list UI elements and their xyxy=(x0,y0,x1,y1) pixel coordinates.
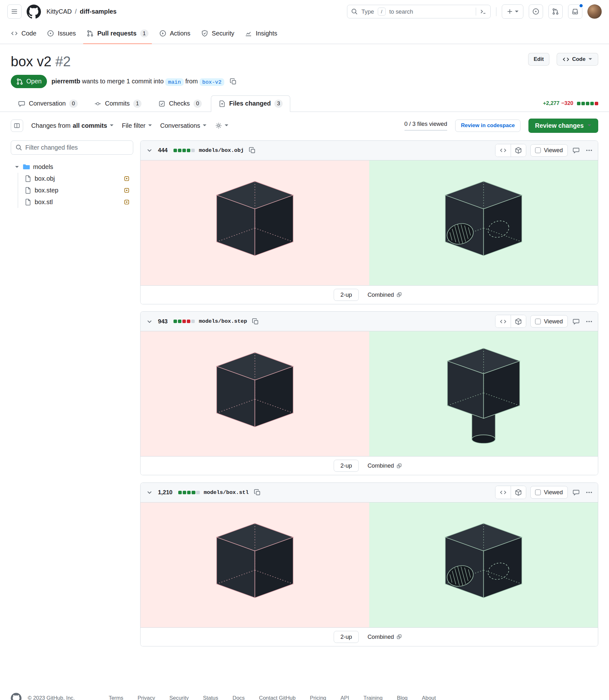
tab-issues[interactable]: Issues xyxy=(44,23,79,44)
footer-link-training[interactable]: Training xyxy=(364,695,383,700)
comment-button[interactable] xyxy=(572,146,580,155)
rich-view-button[interactable] xyxy=(511,315,526,327)
copy-branch-button[interactable] xyxy=(229,77,238,86)
head-branch-chip[interactable]: box-v2 xyxy=(199,78,224,86)
two-up-button[interactable]: 2-up xyxy=(334,289,359,301)
github-logo[interactable] xyxy=(27,4,41,19)
viewed-checkbox-button[interactable]: Viewed xyxy=(530,486,568,498)
inbox-button[interactable] xyxy=(568,4,582,19)
issues-header-button[interactable] xyxy=(529,4,543,19)
copy-path-button[interactable] xyxy=(248,146,257,155)
edit-button[interactable]: Edit xyxy=(528,53,550,65)
tab-commits[interactable]: Commits 1 xyxy=(87,95,149,112)
footer-link-pricing[interactable]: Pricing xyxy=(310,695,326,700)
tab-pull-requests[interactable]: Pull requests 1 xyxy=(83,23,152,44)
file-path[interactable]: models/box.step xyxy=(199,318,247,324)
review-in-codespace-button[interactable]: Review in codespace xyxy=(455,120,521,132)
tab-conversation[interactable]: Conversation 0 xyxy=(11,95,85,112)
kebab-menu-button[interactable] xyxy=(585,146,593,155)
tree-file-box-stl[interactable]: box.stl xyxy=(18,196,133,208)
rich-view-button[interactable] xyxy=(511,144,526,157)
tab-actions[interactable]: Actions xyxy=(155,23,194,44)
file-tree: models box.obj box.step box.stl xyxy=(11,161,133,208)
layers-icon xyxy=(397,634,402,640)
pr-status-row: Open pierremtb wants to merge 1 commit i… xyxy=(0,75,609,88)
combined-button[interactable]: Combined xyxy=(365,462,405,470)
status-badge-label: Open xyxy=(26,78,41,85)
footer-link-terms[interactable]: Terms xyxy=(109,695,123,700)
tab-security-label: Security xyxy=(212,30,234,37)
source-view-button[interactable] xyxy=(495,486,511,498)
footer-link-status[interactable]: Status xyxy=(203,695,218,700)
tab-files-changed[interactable]: Files changed 3 xyxy=(211,95,290,112)
filter-changed-files-input[interactable] xyxy=(11,141,133,155)
kebab-menu-button[interactable] xyxy=(585,317,593,326)
tab-code[interactable]: Code xyxy=(7,23,40,44)
diff-settings-dropdown[interactable] xyxy=(215,122,229,129)
viewed-checkbox xyxy=(535,147,541,153)
pull-requests-header-button[interactable] xyxy=(549,4,563,19)
breadcrumb-org[interactable]: KittyCAD xyxy=(46,8,72,15)
footer-link-security[interactable]: Security xyxy=(169,695,189,700)
conversations-dropdown[interactable]: Conversations xyxy=(160,122,207,129)
file-diff-panel-box-stl: 1,210 models/box.stl Viewed xyxy=(140,483,598,646)
avatar[interactable] xyxy=(588,4,602,19)
footer-link-blog[interactable]: Blog xyxy=(397,695,407,700)
source-view-button[interactable] xyxy=(495,315,511,327)
split-view-button[interactable] xyxy=(11,120,23,132)
tree-file-box-obj[interactable]: box.obj xyxy=(18,173,133,184)
file-filter-dropdown[interactable]: File filter xyxy=(122,122,152,129)
command-palette-icon[interactable] xyxy=(480,8,487,15)
footer-link-privacy[interactable]: Privacy xyxy=(138,695,155,700)
collapse-file-button[interactable] xyxy=(145,146,154,155)
review-changes-label: Review changes xyxy=(535,122,584,129)
footer-link-contact[interactable]: Contact GitHub xyxy=(259,695,295,700)
kebab-horizontal-icon xyxy=(586,147,593,154)
file-path[interactable]: models/box.obj xyxy=(199,147,244,154)
diff-modified-icon xyxy=(124,176,129,181)
footer-link-docs[interactable]: Docs xyxy=(232,695,245,700)
file-filter-search xyxy=(11,141,133,155)
tab-checks[interactable]: Checks 0 xyxy=(151,95,209,112)
combined-button[interactable]: Combined xyxy=(365,633,405,641)
comment-button[interactable] xyxy=(572,488,580,497)
code-icon xyxy=(500,489,507,496)
changes-from-dropdown[interactable]: Changes from all commits xyxy=(31,122,114,129)
review-changes-button[interactable]: Review changes xyxy=(528,119,598,133)
breadcrumb-repo[interactable]: diff-samples xyxy=(80,8,117,15)
rich-view-button[interactable] xyxy=(511,486,526,498)
create-new-button[interactable] xyxy=(502,4,523,19)
footer-link-api[interactable]: API xyxy=(341,695,349,700)
merge-text-1: wants to merge 1 commit into xyxy=(80,78,165,85)
file-header: 943 models/box.step Viewed xyxy=(140,312,598,331)
copy-path-button[interactable] xyxy=(251,317,260,326)
hamburger-icon xyxy=(11,8,18,15)
files-viewed-progress: 0 / 3 files viewed xyxy=(404,121,447,131)
issue-opened-icon xyxy=(532,8,540,15)
tab-security[interactable]: Security xyxy=(197,23,238,44)
viewed-checkbox-button[interactable]: Viewed xyxy=(530,144,568,157)
files-viewed-text: 0 / 3 files viewed xyxy=(404,121,447,127)
collapse-file-button[interactable] xyxy=(145,488,154,497)
two-up-button[interactable]: 2-up xyxy=(334,631,359,643)
file-path[interactable]: models/box.stl xyxy=(204,489,249,496)
hamburger-menu-button[interactable] xyxy=(7,4,21,19)
footer-link-about[interactable]: About xyxy=(422,695,436,700)
copy-path-button[interactable] xyxy=(253,488,262,497)
file-diff-icon xyxy=(219,100,226,107)
file-changes-count: 1,210 xyxy=(158,489,173,496)
code-dropdown-button[interactable]: Code xyxy=(557,53,598,65)
kebab-menu-button[interactable] xyxy=(585,488,593,497)
tree-folder-models[interactable]: models xyxy=(11,161,133,173)
tree-file-box-step[interactable]: box.step xyxy=(18,184,133,196)
comment-button[interactable] xyxy=(572,317,580,326)
viewed-checkbox-button[interactable]: Viewed xyxy=(530,315,568,327)
tab-insights[interactable]: Insights xyxy=(241,23,281,44)
global-search-input[interactable]: Type / to search xyxy=(347,5,491,18)
pull-requests-count: 1 xyxy=(140,30,149,37)
combined-button[interactable]: Combined xyxy=(365,291,405,299)
collapse-file-button[interactable] xyxy=(145,317,154,326)
base-branch-chip[interactable]: main xyxy=(165,78,183,86)
source-view-button[interactable] xyxy=(495,144,511,157)
two-up-button[interactable]: 2-up xyxy=(334,460,359,472)
